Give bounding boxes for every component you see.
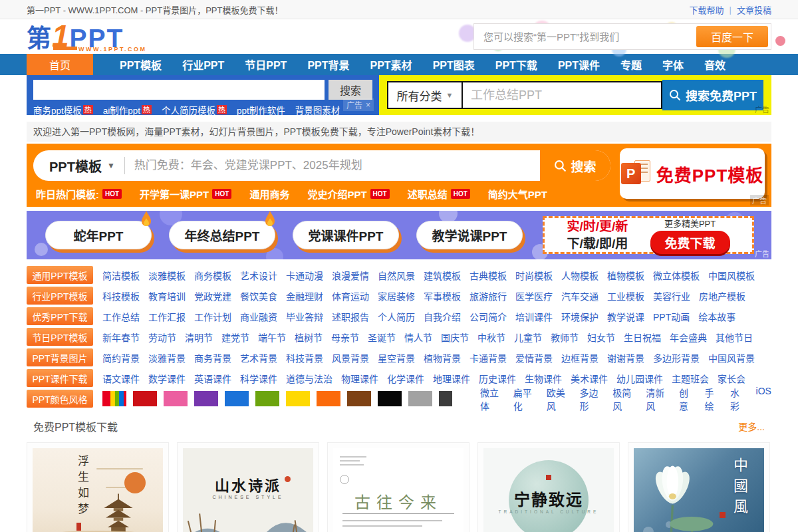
category-link[interactable]: 星空背景 bbox=[378, 351, 415, 364]
nav-item[interactable]: PPT下载 bbox=[495, 57, 537, 72]
style-link[interactable]: 手绘 bbox=[705, 386, 720, 412]
category-link[interactable]: 教育培训 bbox=[148, 289, 186, 303]
category-link[interactable]: 工作汇报 bbox=[148, 310, 186, 323]
category-link[interactable]: 淡雅背景 bbox=[148, 351, 186, 364]
category-link[interactable]: 毕业答辩 bbox=[286, 310, 323, 323]
category-link[interactable]: 建党节 bbox=[221, 331, 249, 344]
color-swatch[interactable] bbox=[225, 391, 249, 406]
category-link[interactable]: 浪漫爱情 bbox=[332, 269, 369, 282]
category-link[interactable]: 生日祝福 bbox=[624, 331, 661, 344]
color-swatch[interactable] bbox=[133, 391, 157, 406]
article-submit-link[interactable]: 文章投稿 bbox=[737, 3, 771, 16]
category-label[interactable]: 优秀PPT下载 bbox=[27, 307, 93, 325]
category-link[interactable]: 中国风模板 bbox=[708, 269, 755, 282]
hot-link[interactable]: 开学第一课PPTHOT bbox=[140, 187, 231, 201]
template-card[interactable]: 宁静致远 TRADITIONAL CULTURE bbox=[477, 442, 620, 532]
category-link[interactable]: 边框背景 bbox=[561, 351, 598, 364]
style-link[interactable]: 欧美风 bbox=[547, 386, 569, 412]
banner-promo-box[interactable]: 实/时/更/新 下/载/即/用 更多精美PPT 免费下载 bbox=[543, 216, 754, 254]
category-link[interactable]: 简洁模板 bbox=[102, 269, 140, 282]
template-card[interactable]: 山水诗派 CHINESE STYLE bbox=[177, 442, 319, 532]
style-link[interactable]: iOS bbox=[756, 386, 771, 412]
category-link[interactable]: 中秋节 bbox=[477, 331, 505, 344]
color-swatch[interactable] bbox=[194, 391, 218, 406]
style-link[interactable]: 水彩 bbox=[730, 386, 745, 412]
nav-item[interactable]: 音效 bbox=[704, 57, 726, 72]
color-swatch[interactable] bbox=[286, 391, 310, 406]
category-link[interactable]: 房地产模板 bbox=[699, 289, 745, 303]
banner-button-teaching[interactable]: 教学说课PPT bbox=[416, 221, 523, 249]
category-link[interactable]: 卡通背景 bbox=[469, 351, 507, 364]
category-link[interactable]: 军事模板 bbox=[424, 289, 461, 303]
baidu-search-button[interactable]: 百度一下 bbox=[696, 26, 768, 47]
category-link[interactable]: 生物课件 bbox=[525, 372, 562, 385]
category-link[interactable]: 汽车交通 bbox=[561, 289, 598, 303]
quick-link[interactable]: 背景图素材 bbox=[295, 103, 340, 116]
category-link[interactable]: 旅游旅行 bbox=[469, 289, 507, 303]
category-link[interactable]: 古典模板 bbox=[469, 269, 507, 282]
free-download-button[interactable]: 免费下载 bbox=[650, 231, 730, 254]
category-link[interactable]: 自我介绍 bbox=[424, 310, 461, 323]
download-help-link[interactable]: 下载帮助 bbox=[690, 3, 724, 16]
hot-link[interactable]: 简约大气PPT bbox=[488, 187, 547, 201]
category-link[interactable]: 科技背景 bbox=[286, 351, 323, 364]
nav-item[interactable]: PPT图表 bbox=[433, 57, 475, 72]
category-link[interactable]: 建筑模板 bbox=[424, 269, 461, 282]
banner-button-snake-year[interactable]: 蛇年PPT bbox=[45, 221, 152, 249]
category-link[interactable]: 绘本故事 bbox=[698, 310, 735, 323]
hot-link[interactable]: 党史介绍PPTHOT bbox=[307, 187, 389, 201]
nav-item[interactable]: 节日PPT bbox=[245, 57, 287, 72]
site-search-input[interactable] bbox=[33, 80, 325, 100]
category-link[interactable]: 美容行业 bbox=[653, 289, 690, 303]
category-link[interactable]: 工作总结 bbox=[102, 310, 140, 323]
category-link[interactable]: 植树节 bbox=[295, 331, 323, 344]
baidu-search-input[interactable] bbox=[477, 31, 696, 43]
nav-item[interactable]: PPT素材 bbox=[370, 57, 412, 72]
site-logo[interactable]: 第 1 PPT WWW.1PPT.COM bbox=[27, 21, 124, 51]
category-link[interactable]: 时尚模板 bbox=[515, 269, 553, 282]
category-link[interactable]: 幼儿园课件 bbox=[616, 372, 663, 385]
color-swatch[interactable] bbox=[347, 391, 371, 406]
category-link[interactable]: 儿童节 bbox=[514, 331, 542, 344]
category-link[interactable]: 体育运动 bbox=[332, 289, 369, 303]
category-link[interactable]: 艺术背景 bbox=[240, 351, 277, 364]
category-link[interactable]: 科学课件 bbox=[240, 372, 277, 385]
template-type-select[interactable]: PPT模板 ▼ bbox=[33, 156, 124, 176]
nav-item[interactable]: PPT课件 bbox=[558, 57, 600, 72]
category-link[interactable]: 工作计划 bbox=[194, 310, 231, 323]
category-select[interactable]: 所有分类 ▼ bbox=[387, 81, 463, 109]
category-search-input[interactable] bbox=[463, 81, 662, 109]
quick-link[interactable]: 商务ppt模板热 bbox=[33, 103, 93, 116]
category-link[interactable]: 工业模板 bbox=[607, 289, 644, 303]
category-link[interactable]: 母亲节 bbox=[331, 331, 359, 344]
category-label[interactable]: 行业PPT模板 bbox=[27, 287, 93, 305]
nav-item-home[interactable]: 首页 bbox=[27, 54, 93, 75]
category-link[interactable]: 微立体模板 bbox=[653, 269, 700, 282]
color-swatch[interactable] bbox=[439, 391, 463, 406]
hot-link[interactable]: 通用商务 bbox=[249, 187, 289, 201]
category-link[interactable]: 圣诞节 bbox=[368, 331, 396, 344]
color-swatch[interactable] bbox=[408, 391, 432, 406]
category-link[interactable]: 植物模板 bbox=[607, 269, 644, 282]
category-link[interactable]: 淡雅模板 bbox=[148, 269, 186, 282]
category-link[interactable]: PPT动画 bbox=[653, 310, 690, 323]
style-link[interactable]: 创意 bbox=[679, 386, 694, 412]
hot-link[interactable]: 昨日热门模板:HOT bbox=[36, 187, 122, 201]
category-link[interactable]: 卡通动漫 bbox=[286, 269, 323, 282]
category-label[interactable]: 通用PPT模板 bbox=[27, 266, 93, 284]
category-link[interactable]: 语文课件 bbox=[102, 372, 140, 385]
category-link[interactable]: 述职报告 bbox=[332, 310, 369, 323]
category-link[interactable]: 家长会 bbox=[718, 372, 745, 385]
nav-item[interactable]: 专题 bbox=[620, 57, 642, 72]
category-link[interactable]: 年会盛典 bbox=[670, 331, 707, 344]
category-link[interactable]: 医学医疗 bbox=[515, 289, 553, 303]
category-link[interactable]: 餐饮美食 bbox=[240, 289, 277, 303]
category-link[interactable]: 环境保护 bbox=[561, 310, 598, 323]
category-link[interactable]: 物理课件 bbox=[341, 372, 378, 385]
color-swatch[interactable] bbox=[164, 391, 188, 406]
category-link[interactable]: 端午节 bbox=[258, 331, 286, 344]
style-link[interactable]: 清新风 bbox=[646, 386, 668, 412]
category-link[interactable]: 中国风背景 bbox=[708, 351, 755, 364]
style-link[interactable]: 多边形 bbox=[579, 386, 602, 412]
category-label[interactable]: PPT背景图片 bbox=[27, 348, 93, 366]
